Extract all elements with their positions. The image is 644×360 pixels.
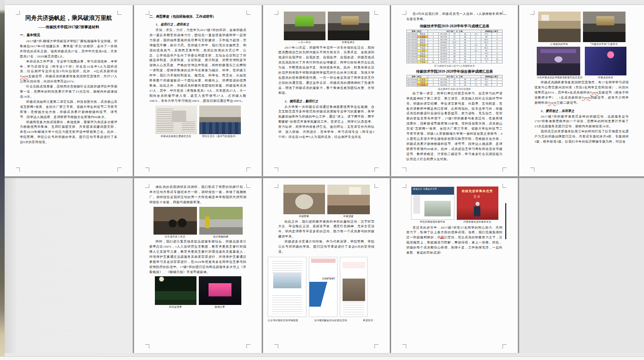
figure: 班级聚餐 — [283, 185, 325, 218]
photo-caption: 朗诵比赛 — [199, 305, 241, 309]
photo-class-members[interactable] — [585, 47, 626, 75]
spellcheck-mark — [440, 238, 444, 239]
grades-summary-table[interactable]: 学院（备注）2017 级 7、8、9 班学院负责人签字2017205061贾某某… — [406, 30, 503, 63]
photo-caption: 对非遗传承人采访 — [153, 235, 197, 238]
figure: 一月一班会 — [284, 12, 325, 44]
photo-memorial-news[interactable] — [155, 106, 197, 134]
blank-page[interactable] — [5, 178, 133, 353]
margin-mark — [16, 11, 20, 15]
photo-theme-class-meeting[interactable] — [583, 12, 626, 42]
wechat-article-screenshot[interactable] — [340, 257, 368, 317]
photo-caption: 班内足球赛 — [155, 305, 196, 309]
photo-caption: 公众号对我班活动详细报道 — [268, 319, 298, 322]
margin-mark — [402, 11, 406, 15]
document-page-4[interactable]: 前3均出自我们班，班级成员无一人挂科，1人获得校长奖学金提名资格。 传媒技术学院… — [391, 5, 518, 176]
photo-caption: 班级聚餐 — [283, 215, 325, 218]
paragraph: 班级成员踊跃参加各类国际交流项目，有17名同学学习成绩优良均公费交换出国出境（目… — [534, 80, 629, 106]
wechat-screenshot-row: CONTENT — [268, 257, 374, 317]
paragraph: 前3均出自我们班，班级成员无一人挂科，1人获得校长奖学金提名资格。 — [406, 12, 503, 22]
photo-recitation-contest[interactable] — [199, 276, 241, 305]
photo-caption: 为19级讲解如何办好团日活动 — [314, 319, 347, 322]
photo-caption: 事迹宣传 — [363, 319, 373, 322]
section-heading: 二、典型事迹（包括经验做法、工作成绩等） — [149, 14, 246, 19]
photo-row: 认真踏实的学风 “共建优良学风”主题班会 — [534, 12, 629, 46]
photo-caption: 班级成员风采 — [585, 76, 626, 79]
margin-mark — [246, 344, 251, 348]
document-subtitle: ——传媒技术学院2017级7班事迹材料 — [20, 25, 117, 30]
photo-row: 班内足球赛 朗诵比赛 — [149, 276, 246, 309]
margin-mark — [246, 11, 251, 15]
margin-mark — [274, 344, 278, 348]
photo-row: 一月一班会 时事座谈会 — [278, 12, 374, 44]
document-page-1[interactable]: 同舟共济扬帆起，乘风破浪万里航 ——传媒技术学院2017级7班事迹材料 一、基本… — [5, 5, 133, 176]
document-page-5[interactable]: 认真踏实的学风 “共建优良学风”主题班会 10名班级成员赴韩国参加影视作品交流会… — [519, 5, 644, 176]
photo-linyi-wickerwork[interactable] — [199, 207, 243, 235]
margin-mark — [274, 168, 278, 172]
screenshot-captions: 公众号对我班活动详细报道 为19级讲解如何办好团日活动 事迹宣传 — [268, 318, 373, 322]
document-viewer: 同舟共济扬帆起，乘风破浪万里航 ——传媒技术学院2017级7班事迹材料 一、基本… — [0, 0, 644, 360]
paragraph: 在过去的岁月中，2017级7班在27名同学的同心协力、共同努力下，取得了以上各方… — [406, 225, 503, 255]
paragraph: 2017年12月起，班级每半年召开一次专办组织生活会，期间团员围绕自己的实际问题… — [278, 45, 374, 96]
margin-mark — [274, 184, 278, 188]
paragraph: 从大学第一次班级会议就通过集体观看优秀毕业生视频、自主互助交流等多种形式给班级成… — [278, 105, 374, 140]
photo-row: 对非遗传承人采访 临沂柳编拍摄 — [149, 207, 246, 238]
margin-mark — [145, 184, 149, 188]
paragraph: 班级还多次受邀介绍经验、作为代表演讲，学院官网、学院公众号对班级的学风、团日活动… — [278, 239, 374, 254]
figure: 聊城大学 传媒技术学院 学院官网报道班级学风 — [411, 186, 454, 223]
paragraph: 除此之外，我们还积极开展面向本班的趣味活动：汉字听写大会、毕业晚会义演、圣诞送苹… — [278, 219, 374, 240]
figure: 组织生活会（批评与自我批评） — [199, 106, 241, 138]
document-page-7[interactable]: 班级聚餐 班级团建 除此之外，我们还积极开展面向本班的趣味活动：汉字听写大会、毕… — [263, 178, 390, 353]
photo-caption: 代表校级先进班集体发言 — [457, 220, 498, 223]
margin-mark — [374, 168, 379, 172]
sub-heading: 1、促而行之，虑而有之 — [149, 22, 246, 27]
document-page-6[interactable]: 体队员的前期调研采访调研，我们形成了周密的拍摄计划，本次活动共形成专题纪录片一部… — [134, 178, 262, 353]
paragraph: 我班成立的青梦服务队用三年的时间打造了以非物质文化遗产为主的班级品牌团日活动。共… — [534, 129, 629, 144]
paragraph: 2017级7班,聊城大学传媒技术学院广播电视编导专业班级。班集体自2017年9月… — [20, 39, 117, 59]
margin-mark — [402, 168, 406, 172]
figure: 时事座谈会 — [328, 12, 369, 44]
figure: 班级团建 — [327, 185, 370, 218]
document-page-2[interactable]: 二、典型事迹（包括经验做法、工作成绩等） 1、促而行之，虑而有之 求知，求实，力… — [134, 5, 262, 176]
stage-banner-text: 校级先进班集体优秀 — [457, 189, 498, 193]
section-heading: 一、基本情况 — [20, 33, 117, 37]
photo-caption: 临沂柳编拍摄 — [199, 235, 243, 238]
photo-football-match[interactable] — [155, 276, 196, 305]
desktop-edge-strip — [0, 0, 5, 360]
photo-korea-exchange[interactable] — [537, 47, 580, 75]
photo-college-website[interactable]: 聊城大学 传媒技术学院 — [411, 186, 454, 220]
wechat-article-screenshot[interactable] — [268, 257, 307, 317]
photo-caption: “共建优良学风”主题班会 — [583, 43, 626, 46]
photo-award-speech[interactable]: 校级先进班集体优秀 王祥 — [457, 186, 498, 220]
photo-caption: 班级成员参观孔繁森纪念馆 — [155, 135, 197, 138]
figure: 朗诵比赛 — [199, 276, 241, 309]
photo-org-life-meeting[interactable] — [199, 106, 241, 134]
photo-caption: 组织生活会（批评与自我批评） — [199, 135, 241, 138]
margin-mark — [374, 184, 379, 188]
paragraph: 求知，求实，力行，力思作为2017级7班的班训，全体班级成员一直以来都坚持身体力… — [149, 28, 246, 104]
photo-monthly-class-meeting[interactable] — [284, 12, 325, 40]
margin-mark — [145, 344, 149, 348]
paragraph: 班级成员始终注重第二课堂实践，科技创新方面，成员获山东省互联网+银奖、全国大广赛… — [20, 99, 117, 120]
photo-caption: 10名班级成员赴韩国参加影视作品交流会 — [537, 76, 583, 79]
photo-class-dinner[interactable] — [283, 185, 325, 214]
document-page-3[interactable]: 一月一班会 时事座谈会 2017年12月起，班级每半年召开一次专办组织生活会，期… — [263, 5, 390, 176]
document-page-8[interactable]: 聊城大学 传媒技术学院 学院官网报道班级学风 校级先进班集体优秀 王祥 代表校级… — [391, 178, 518, 353]
photo-current-affairs-forum[interactable] — [328, 12, 369, 40]
figure: 认真踏实的学风 — [538, 12, 581, 46]
evaluation-summary-table[interactable]: 学院（备注）2017 级 7、8、9 班学院负责人签字2017205062王某某… — [406, 75, 503, 87]
margin-mark — [503, 11, 507, 15]
document-title: 同舟共济扬帆起，乘风破浪万里航 — [20, 14, 117, 22]
photo-caption: 学院官网报道班级学风 — [411, 220, 454, 223]
margin-mark — [530, 168, 534, 172]
photo-study-atmosphere[interactable] — [538, 12, 581, 42]
photo-team-building[interactable] — [327, 185, 370, 214]
photo-heritage-interview[interactable] — [153, 207, 197, 235]
wechat-article-screenshot[interactable]: CONTENT — [309, 257, 337, 317]
margin-mark — [117, 168, 122, 172]
figure: 对非遗传承人采访 — [153, 207, 197, 238]
empty-grid-cell — [519, 178, 644, 353]
margin-mark — [374, 344, 379, 348]
paragraph: 班级因在各方面成绩突出，表现优异，曾被评为并连多次被评为校级优秀班集体、五四红旗… — [20, 120, 117, 145]
photo-caption: 一月一班会 — [284, 41, 325, 44]
margin-mark — [530, 11, 534, 15]
